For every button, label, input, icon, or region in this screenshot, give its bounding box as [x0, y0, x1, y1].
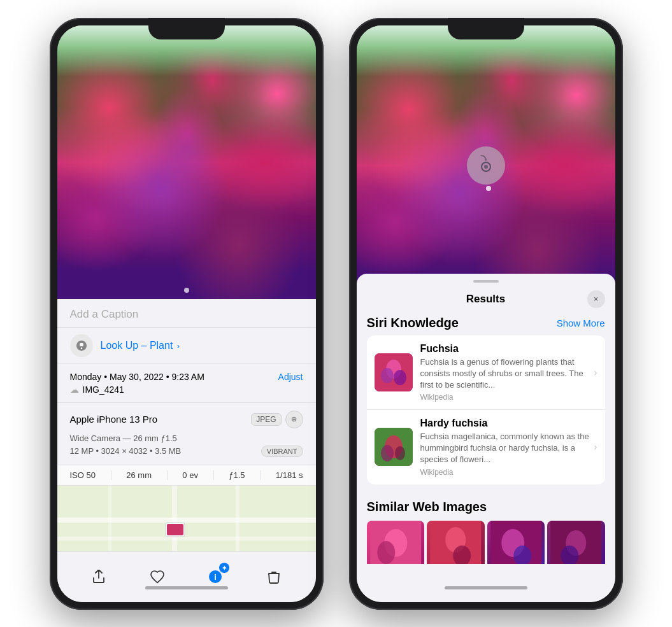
siri-knowledge-section: Siri Knowledge Show More — [357, 316, 615, 492]
svg-rect-4 — [236, 486, 239, 562]
photo-display-right[interactable] — [357, 25, 615, 306]
similar-images-row — [367, 521, 605, 564]
similar-title: Similar Web Images — [367, 500, 605, 514]
fuchsia-source: Wikipedia — [420, 393, 589, 402]
info-badge: ✦ — [219, 563, 229, 573]
delete-button[interactable] — [262, 565, 285, 588]
page-dot-left — [184, 288, 189, 293]
svg-point-11 — [484, 165, 488, 169]
caption-placeholder[interactable]: Add a Caption — [70, 308, 139, 320]
share-button[interactable] — [87, 565, 110, 588]
svg-rect-1 — [57, 518, 316, 523]
toolbar-left: i ✦ — [57, 551, 316, 602]
device-badges: JPEG ⊕ — [251, 411, 303, 428]
exif-ev: 0 ev — [182, 470, 198, 480]
location-icon: ⊕ — [285, 411, 303, 428]
fuchsia-name: Fuchsia — [420, 343, 589, 355]
svg-point-19 — [395, 446, 405, 460]
hardy-thumbnail — [375, 428, 413, 466]
visual-lookup-button[interactable] — [467, 146, 505, 185]
svg-point-15 — [394, 370, 406, 385]
notch-right — [448, 18, 524, 39]
left-phone: Add a Caption Look Up – Plant › Monday •… — [50, 18, 324, 610]
lookup-row[interactable]: Look Up – Plant › — [57, 328, 316, 364]
exif-aperture: ƒ1.5 — [229, 470, 245, 480]
siri-section-header: Siri Knowledge Show More — [367, 316, 605, 330]
lookup-dot — [486, 186, 491, 191]
results-title: Results — [385, 293, 587, 306]
file-info: 12 MP • 3024 × 4032 • 3.5 MB — [70, 446, 182, 456]
adjust-button[interactable]: Adjust — [278, 372, 303, 382]
camera-spec: Wide Camera — 26 mm ƒ1.5 — [70, 433, 303, 443]
knowledge-item-hardy[interactable]: Hardy fuchsia Fuchsia magellanica, commo… — [367, 410, 605, 484]
vibrant-badge: VIBRANT — [261, 446, 303, 457]
info-button[interactable]: i ✦ — [204, 565, 227, 588]
svg-point-18 — [381, 445, 394, 461]
hardy-desc: Fuchsia magellanica, commonly known as t… — [420, 431, 589, 466]
fuchsia-content: Fuchsia Fuchsia is a genus of flowering … — [420, 343, 589, 402]
photo-display-left[interactable] — [57, 25, 316, 299]
fuchsia-chevron-icon: › — [594, 367, 597, 377]
left-screen: Add a Caption Look Up – Plant › Monday •… — [57, 25, 316, 602]
meta-section: Monday • May 30, 2022 • 9:23 AM Adjust ☁… — [57, 364, 316, 403]
hardy-chevron-icon: › — [594, 442, 597, 452]
hardy-content: Hardy fuchsia Fuchsia magellanica, commo… — [420, 418, 589, 477]
jpeg-badge: JPEG — [251, 413, 281, 426]
similar-img-2[interactable] — [427, 521, 485, 564]
home-indicator-right — [445, 586, 527, 589]
siri-visual-icon — [70, 334, 93, 357]
similar-img-3[interactable] — [487, 521, 545, 564]
caption-area[interactable]: Add a Caption — [57, 299, 316, 328]
device-name: Apple iPhone 13 Pro — [70, 414, 158, 425]
svg-rect-7 — [167, 524, 183, 535]
sheet-handle[interactable] — [473, 280, 499, 283]
notch — [148, 18, 225, 39]
svg-rect-5 — [108, 486, 111, 562]
close-button[interactable]: × — [587, 290, 605, 308]
right-screen: Results × Siri Knowledge Show More — [357, 25, 615, 602]
lookup-chevron-icon: › — [177, 341, 180, 351]
knowledge-item-fuchsia[interactable]: Fuchsia Fuchsia is a genus of flowering … — [367, 335, 605, 411]
fuchsia-thumbnail — [375, 353, 413, 391]
device-section: Apple iPhone 13 Pro JPEG ⊕ Wide Camera —… — [57, 403, 316, 465]
svg-point-14 — [381, 368, 394, 383]
siri-knowledge-title: Siri Knowledge — [367, 316, 459, 330]
cloud-icon: ☁ — [70, 384, 79, 395]
right-phone: Results × Siri Knowledge Show More — [349, 18, 623, 610]
svg-rect-0 — [57, 486, 316, 562]
show-more-button[interactable]: Show More — [557, 318, 605, 328]
svg-point-22 — [377, 541, 395, 564]
home-indicator-left — [145, 586, 228, 589]
similar-section: Similar Web Images — [357, 492, 615, 564]
svg-text:i: i — [214, 572, 217, 582]
filename: IMG_4241 — [83, 384, 124, 395]
lookup-label: Look Up – Plant › — [101, 340, 180, 351]
hardy-source: Wikipedia — [420, 468, 589, 477]
exif-shutter: 1/181 s — [276, 470, 303, 480]
results-sheet: Results × Siri Knowledge Show More — [357, 274, 615, 564]
toolbar-right — [357, 564, 615, 602]
hardy-name: Hardy fuchsia — [420, 418, 589, 429]
svg-rect-2 — [57, 537, 316, 540]
knowledge-card: Fuchsia Fuchsia is a genus of flowering … — [367, 335, 605, 484]
similar-img-4[interactable] — [547, 521, 605, 564]
map-preview[interactable] — [57, 486, 316, 562]
exif-iso: ISO 50 — [70, 470, 96, 480]
favorite-button[interactable] — [146, 565, 169, 588]
photo-date: Monday • May 30, 2022 • 9:23 AM — [70, 372, 204, 382]
exif-mm: 26 mm — [126, 470, 152, 480]
fuchsia-desc: Fuchsia is a genus of flowering plants t… — [420, 356, 589, 391]
exif-row: ISO 50 26 mm 0 ev ƒ1.5 1/181 s — [57, 465, 316, 486]
similar-img-1[interactable] — [367, 521, 425, 564]
results-header: Results × — [357, 288, 615, 316]
